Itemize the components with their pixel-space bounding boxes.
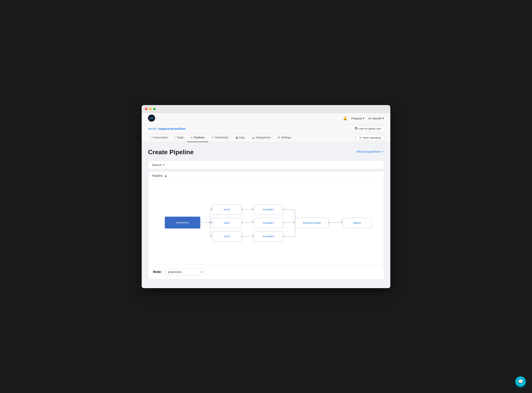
executions-icon: #: [152, 136, 153, 139]
node-deploy[interactable]: deploy: [342, 218, 372, 228]
what-link-label: What are pipelines?: [356, 150, 381, 153]
refresh-icon: ↻: [359, 136, 362, 139]
tab-deployment-label: Deployment: [256, 136, 271, 139]
source-section: Source ▾: [148, 161, 384, 169]
source-chevron-icon: ▾: [163, 163, 164, 166]
user-caret-icon: ▾: [382, 117, 384, 120]
node-evaluate2[interactable]: evaluate2: [254, 204, 283, 215]
pipeline-label: Pipeline: [152, 174, 163, 177]
page-title: Create Pipeline: [148, 148, 193, 156]
tab-notebooks[interactable]: ✏ Notebooks: [208, 133, 232, 142]
app-content: 🔔 Projects ▾ Hi, henrik! ▾ henrik / magi…: [142, 113, 390, 288]
node-evaluate3[interactable]: evaluate3: [254, 231, 283, 241]
main-content: Create Pipeline What are pipelines? ↗ So…: [142, 142, 390, 288]
pipelines-icon: ≡: [191, 136, 192, 139]
github-icon: [355, 127, 358, 130]
settings-icon: ⚙: [278, 136, 280, 139]
svg-point-2: [209, 222, 211, 223]
github-btn-label: View on github.com: [359, 127, 381, 130]
tasks-icon: !: [175, 136, 176, 139]
tab-deployment[interactable]: ☁ Deployment: [248, 133, 274, 142]
breadcrumb-user[interactable]: henrik: [148, 127, 156, 130]
user-label: Hi, henrik!: [368, 117, 382, 120]
tab-settings-label: Settings: [281, 136, 291, 139]
fetch-btn-label: Fetch repository: [363, 136, 381, 139]
secondary-nav: henrik / magical-tensorflow View on gith…: [142, 124, 390, 133]
chat-icon: 💬: [518, 379, 523, 384]
tab-tasks[interactable]: ! Tasks: [171, 133, 187, 142]
node-train3[interactable]: train3: [212, 231, 242, 241]
tab-pipelines-label: Pipelines: [193, 136, 205, 139]
breadcrumb-separator: /: [157, 127, 158, 130]
node-section: Node: preprocess train1 train2 train3 ev…: [148, 265, 384, 279]
tab-tasks-label: Tasks: [177, 136, 184, 139]
tab-executions-label: Executions: [154, 136, 168, 139]
node-train2[interactable]: train2: [212, 204, 242, 215]
tab-data-label: Data: [239, 136, 245, 139]
user-menu[interactable]: Hi, henrik! ▾: [368, 117, 384, 120]
node-label: Node:: [153, 270, 162, 274]
navbar-right: 🔔 Projects ▾ Hi, henrik! ▾: [343, 116, 384, 120]
breadcrumb: henrik / magical-tensorflow: [148, 127, 185, 130]
projects-caret-icon: ▾: [363, 117, 364, 120]
pipeline-section: Pipeline ▲: [148, 172, 384, 280]
projects-label: Projects: [351, 117, 362, 120]
tab-settings[interactable]: ⚙ Settings: [274, 133, 295, 142]
source-label: Source: [152, 163, 162, 167]
node-find-best-model[interactable]: find-best-model: [295, 218, 329, 228]
fetch-repository-button[interactable]: ↻ Fetch repository: [356, 135, 384, 141]
node-select-wrapper: preprocess train1 train2 train3 evaluate…: [165, 269, 204, 275]
pipeline-diagram: preprocess train2 evaluate2 train1 evalu: [148, 180, 384, 265]
logo[interactable]: [148, 114, 155, 122]
maximize-button[interactable]: [153, 108, 156, 110]
external-link-icon: ↗: [382, 150, 384, 153]
tab-pipelines[interactable]: ≡ Pipelines: [187, 133, 208, 142]
view-on-github-button[interactable]: View on github.com: [352, 126, 384, 132]
pipeline-canvas: preprocess train2 evaluate2 train1 evalu: [153, 185, 379, 260]
titlebar: [142, 105, 390, 113]
breadcrumb-repo[interactable]: magical-tensorflow: [159, 127, 185, 130]
page-header: Create Pipeline What are pipelines? ↗: [148, 148, 384, 156]
tab-executions[interactable]: # Executions: [148, 133, 171, 142]
tab-notebooks-label: Notebooks: [215, 136, 228, 139]
app-window: 🔔 Projects ▾ Hi, henrik! ▾ henrik / magi…: [142, 105, 390, 288]
notification-bell-icon[interactable]: 🔔: [343, 116, 347, 120]
node-train1[interactable]: train1: [212, 218, 242, 228]
node-preprocess[interactable]: preprocess: [165, 217, 200, 228]
deployment-icon: ☁: [252, 136, 255, 139]
tabs-container: # Executions ! Tasks ≡ Pipelines ✏ Noteb…: [148, 133, 295, 142]
node-evaluate1[interactable]: evaluate1: [254, 218, 283, 228]
pipeline-chevron-icon: ▲: [164, 174, 167, 177]
tab-data[interactable]: ▦ Data: [232, 133, 249, 142]
notebooks-icon: ✏: [212, 136, 214, 139]
minimize-button[interactable]: [149, 108, 152, 110]
data-icon: ▦: [236, 136, 238, 139]
navbar: 🔔 Projects ▾ Hi, henrik! ▾: [142, 113, 390, 124]
close-button[interactable]: [145, 108, 147, 110]
projects-menu[interactable]: Projects ▾: [351, 117, 364, 120]
tabs-bar: # Executions ! Tasks ≡ Pipelines ✏ Noteb…: [142, 133, 390, 142]
what-are-pipelines-link[interactable]: What are pipelines? ↗: [356, 150, 384, 153]
pipeline-section-header[interactable]: Pipeline ▲: [148, 172, 384, 180]
source-section-header[interactable]: Source ▾: [148, 161, 384, 169]
node-select[interactable]: preprocess train1 train2 train3 evaluate…: [165, 269, 204, 275]
chat-bubble-button[interactable]: 💬: [515, 376, 526, 387]
